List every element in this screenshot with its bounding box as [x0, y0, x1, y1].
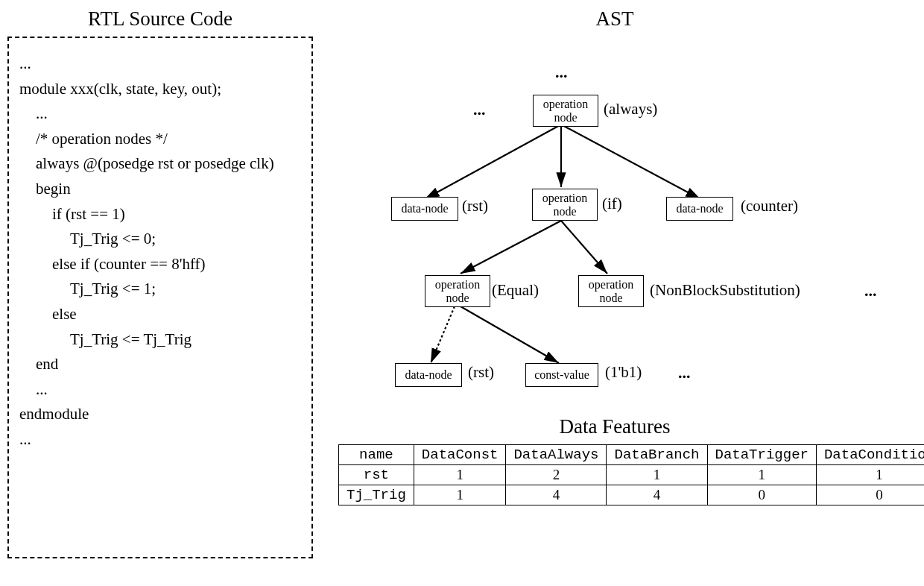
dots: ...: [678, 363, 691, 382]
dots: ...: [473, 100, 486, 119]
cell: 0: [816, 485, 924, 505]
svg-line-5: [431, 306, 455, 363]
code-line: begin: [19, 177, 304, 202]
node-text: data-node: [676, 202, 723, 215]
svg-line-0: [425, 125, 561, 199]
code-line: end: [19, 352, 304, 377]
cell: 2: [506, 465, 607, 485]
ast-node-if: operationnode: [532, 189, 598, 221]
cell: 1: [816, 465, 924, 485]
ast-node-const: const-value: [525, 363, 598, 387]
code-line: else: [19, 302, 304, 327]
ast-node-equal: operationnode: [425, 275, 490, 307]
code-line: if (rst == 1): [19, 202, 304, 227]
row-name: rst: [339, 465, 414, 485]
node-text: operationnode: [435, 278, 480, 304]
table-header: name: [339, 445, 414, 465]
ast-title: AST: [335, 7, 894, 31]
node-text: data-node: [405, 368, 452, 381]
code-box: ...module xxx(clk, state, key, out);.../…: [7, 37, 313, 558]
cell: 4: [607, 485, 707, 505]
code-line: ...: [19, 427, 304, 453]
ast-node-rst: data-node: [391, 197, 458, 221]
data-features-table: nameDataConstDataAlwaysDataBranchDataTri…: [338, 444, 924, 505]
svg-line-3: [461, 221, 561, 274]
table-header: DataCondition: [816, 445, 924, 465]
node-text: operationnode: [589, 278, 633, 304]
cell: 1: [414, 485, 506, 505]
table-row: Tj_Trig14400: [339, 485, 925, 505]
cell: 0: [707, 485, 816, 505]
code-line: /* operation nodes */: [19, 127, 304, 152]
ast-diagram: ... ... operationnode (always) data-node…: [335, 37, 917, 409]
ast-label-rst2: (rst): [468, 363, 494, 382]
ast-label-counter: (counter): [741, 197, 798, 215]
dots: ...: [864, 281, 877, 300]
node-text: const-value: [534, 368, 589, 381]
table-header: DataAlways: [506, 445, 607, 465]
code-line: Tj_Trig <= 0;: [19, 227, 304, 252]
svg-line-4: [561, 221, 607, 274]
ast-label-if: (if): [602, 195, 622, 213]
ast-label-rst: (rst): [462, 197, 488, 215]
row-name: Tj_Trig: [339, 485, 414, 505]
node-text: operationnode: [543, 98, 588, 124]
table-header: DataTrigger: [707, 445, 816, 465]
ast-node-nbs: operationnode: [578, 275, 644, 307]
code-line: always @(posedge rst or posedge clk): [19, 151, 304, 177]
code-line: else if (counter == 8'hff): [19, 252, 304, 277]
code-line: Tj_Trig <= Tj_Trig: [19, 327, 304, 353]
rtl-source-panel: RTL Source Code ...module xxx(clk, state…: [0, 0, 328, 586]
cell: 4: [506, 485, 607, 505]
table-header: DataBranch: [607, 445, 707, 465]
svg-line-6: [461, 306, 559, 363]
ast-label-nbs: (NonBlockSubstitution): [650, 281, 800, 300]
code-line: module xxx(clk, state, key, out);: [19, 77, 304, 102]
ast-node-always: operationnode: [533, 95, 598, 127]
ast-label-always: (always): [604, 100, 657, 119]
dots: ...: [555, 63, 568, 82]
ast-node-rst2: data-node: [395, 363, 462, 387]
table-row: rst12111: [339, 465, 925, 485]
cell: 1: [707, 465, 816, 485]
table-header: DataConst: [414, 445, 506, 465]
ast-label-const: (1'b1): [605, 363, 642, 382]
node-text: data-node: [401, 202, 448, 215]
ast-edges: [335, 37, 917, 409]
code-line: Tj_Trig <= 1;: [19, 277, 304, 302]
right-panel: AST ... ...: [328, 0, 924, 586]
ast-label-equal: (Equal): [492, 281, 539, 300]
code-line: endmodule: [19, 402, 304, 427]
node-text: operationnode: [542, 192, 587, 218]
cell: 1: [414, 465, 506, 485]
code-line: ...: [19, 101, 304, 127]
cell: 1: [607, 465, 707, 485]
code-line: ...: [19, 377, 304, 403]
data-features-title: Data Features: [335, 415, 894, 438]
code-line: ...: [19, 51, 304, 77]
rtl-title: RTL Source Code: [7, 7, 313, 31]
svg-line-2: [561, 125, 700, 199]
ast-node-counter: data-node: [666, 197, 733, 221]
